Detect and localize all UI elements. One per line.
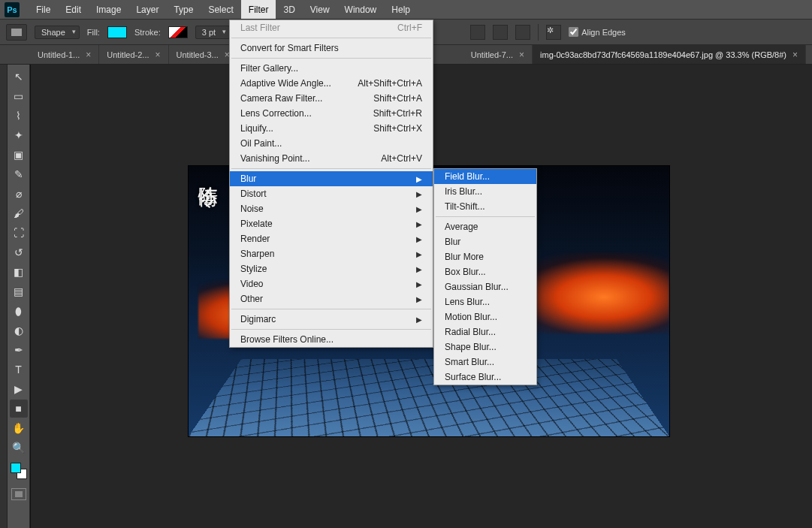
- filter-menu-item[interactable]: Render▶: [230, 231, 433, 246]
- blur-submenu-item[interactable]: Shape Blur...: [434, 339, 536, 355]
- zoom-tool[interactable]: 🔍: [10, 439, 28, 457]
- foreground-color-swatch[interactable]: [11, 463, 21, 473]
- menu-3d[interactable]: 3D: [276, 0, 302, 19]
- menu-item-label: Oil Paint...: [240, 138, 282, 149]
- foreground-background-swatches[interactable]: [11, 463, 27, 479]
- panel-gutter: [0, 65, 8, 528]
- filter-menu-item[interactable]: Vanishing Point...Alt+Ctrl+V: [230, 151, 433, 166]
- blur-submenu-item[interactable]: Radial Blur...: [434, 324, 536, 339]
- menu-file[interactable]: File: [29, 0, 58, 19]
- document-tab[interactable]: Untitled-3...×: [169, 45, 238, 64]
- blur-submenu-item[interactable]: Smart Blur...: [434, 355, 536, 370]
- filter-menu-item[interactable]: Browse Filters Online...: [230, 332, 433, 347]
- gradient-tool[interactable]: ▤: [10, 282, 28, 300]
- blur-submenu-item[interactable]: Average: [434, 219, 536, 234]
- align-icon[interactable]: [493, 25, 508, 40]
- blur-submenu-item[interactable]: Iris Blur...: [434, 184, 536, 199]
- marquee-tool[interactable]: ▭: [10, 87, 28, 105]
- blur-submenu-item[interactable]: Lens Blur...: [434, 294, 536, 309]
- document-tab[interactable]: img-0c93ac8bd73d7fc64569a1189e404e67.jpg…: [533, 45, 806, 64]
- blur-submenu-item[interactable]: Motion Blur...: [434, 309, 536, 324]
- blur-submenu-item[interactable]: Blur More: [434, 249, 536, 264]
- filter-menu-item[interactable]: Lens Correction...Shift+Ctrl+R: [230, 106, 433, 121]
- move-tool[interactable]: ↖: [10, 68, 28, 86]
- menu-shortcut: Alt+Shift+Ctrl+A: [358, 78, 422, 89]
- document-tab[interactable]: Untitled-7...×: [463, 45, 533, 64]
- path-op-icon[interactable]: [470, 25, 485, 40]
- filter-menu-item[interactable]: Digimarc▶: [230, 312, 433, 327]
- submenu-arrow-icon: ▶: [416, 315, 422, 324]
- menu-item-label: Other: [240, 294, 263, 304]
- eyedropper-tool[interactable]: ✎: [10, 165, 28, 183]
- filter-menu-item[interactable]: Blur▶: [230, 171, 433, 186]
- menu-type[interactable]: Type: [166, 0, 201, 19]
- menu-window[interactable]: Window: [337, 0, 385, 19]
- menu-layer[interactable]: Layer: [128, 0, 166, 19]
- filter-menu-item[interactable]: Other▶: [230, 291, 433, 306]
- menu-item-label: Convert for Smart Filters: [240, 43, 339, 53]
- filter-menu-item[interactable]: Convert for Smart Filters: [230, 41, 433, 56]
- menu-filter[interactable]: Filter: [241, 0, 276, 19]
- blur-submenu-item[interactable]: Field Blur...: [434, 169, 536, 184]
- submenu-arrow-icon: ▶: [416, 205, 422, 213]
- filter-menu-item[interactable]: Oil Paint...: [230, 136, 433, 151]
- blur-submenu-item[interactable]: Gaussian Blur...: [434, 279, 536, 294]
- close-icon[interactable]: ×: [792, 50, 798, 60]
- filter-menu-item[interactable]: Stylize▶: [230, 261, 433, 276]
- arrange-icon[interactable]: [515, 25, 530, 40]
- dodge-tool[interactable]: ◐: [10, 321, 28, 339]
- menu-view[interactable]: View: [303, 0, 337, 19]
- blur-submenu-item[interactable]: Surface Blur...: [434, 370, 536, 385]
- document-tab[interactable]: Untitled-1...×: [30, 45, 99, 64]
- pen-tool[interactable]: ✒: [10, 341, 28, 359]
- filter-menu-item[interactable]: Sharpen▶: [230, 246, 433, 261]
- gear-icon[interactable]: ✲: [546, 25, 561, 40]
- magic-wand-tool[interactable]: ✦: [10, 126, 28, 144]
- blur-tool[interactable]: ⬮: [10, 302, 28, 320]
- shape-mode-dropdown[interactable]: Shape: [35, 26, 80, 39]
- filter-menu-item[interactable]: Adaptive Wide Angle...Alt+Shift+Ctrl+A: [230, 76, 433, 91]
- stroke-width-field[interactable]: 3 pt: [195, 26, 230, 39]
- tool-strip: ↖▭⌇✦▣✎⌀🖌⛶↺◧▤⬮◐✒T▶■✋🔍: [8, 65, 30, 528]
- tab-label: Untitled-7...: [471, 50, 513, 59]
- menu-select[interactable]: Select: [201, 0, 240, 19]
- filter-menu-item[interactable]: Distort▶: [230, 186, 433, 201]
- clone-stamp-tool[interactable]: ⛶: [10, 224, 28, 242]
- blur-submenu-item[interactable]: Box Blur...: [434, 264, 536, 279]
- blur-submenu-item[interactable]: Blur: [434, 234, 536, 249]
- filter-menu-item[interactable]: Filter Gallery...: [230, 61, 433, 76]
- close-icon[interactable]: ×: [519, 50, 524, 60]
- filter-menu-item[interactable]: Video▶: [230, 276, 433, 291]
- history-brush-tool[interactable]: ↺: [10, 243, 28, 261]
- path-selection-tool[interactable]: ▶: [10, 380, 28, 398]
- filter-menu-item[interactable]: Liquify...Shift+Ctrl+X: [230, 121, 433, 136]
- align-edges-checkbox[interactable]: Align Edges: [569, 27, 626, 37]
- menu-help[interactable]: Help: [384, 0, 418, 19]
- filter-menu-item[interactable]: Noise▶: [230, 201, 433, 216]
- hand-tool[interactable]: ✋: [10, 419, 28, 437]
- filter-menu-item[interactable]: Pixelate▶: [230, 216, 433, 231]
- stroke-swatch[interactable]: [168, 26, 188, 38]
- healing-brush-tool[interactable]: ⌀: [10, 185, 28, 203]
- blur-submenu-item[interactable]: Tilt-Shift...: [434, 199, 536, 214]
- eraser-tool[interactable]: ◧: [10, 263, 28, 281]
- align-edges-input[interactable]: [569, 27, 578, 37]
- type-tool[interactable]: T: [10, 361, 28, 379]
- filter-dropdown-menu[interactable]: Last FilterCtrl+FConvert for Smart Filte…: [229, 20, 433, 348]
- fill-swatch[interactable]: [107, 26, 127, 38]
- menu-image[interactable]: Image: [89, 0, 128, 19]
- document-tab[interactable]: Untitled-2...×: [99, 45, 168, 64]
- close-icon[interactable]: ×: [155, 50, 161, 60]
- lasso-tool[interactable]: ⌇: [10, 107, 28, 125]
- blur-submenu[interactable]: Field Blur...Iris Blur...Tilt-Shift...Av…: [433, 168, 537, 385]
- menu-edit[interactable]: Edit: [58, 0, 89, 19]
- menu-item-label: Surface Blur...: [445, 372, 501, 382]
- crop-tool[interactable]: ▣: [10, 146, 28, 164]
- brush-tool[interactable]: 🖌: [10, 204, 28, 222]
- menu-shortcut: Shift+Ctrl+X: [373, 123, 422, 134]
- close-icon[interactable]: ×: [86, 50, 91, 60]
- quick-mask-icon[interactable]: [11, 488, 26, 500]
- filter-menu-item[interactable]: Camera Raw Filter...Shift+Ctrl+A: [230, 91, 433, 106]
- rectangle-tool[interactable]: ■: [10, 400, 28, 418]
- tool-preset-icon[interactable]: [6, 24, 27, 41]
